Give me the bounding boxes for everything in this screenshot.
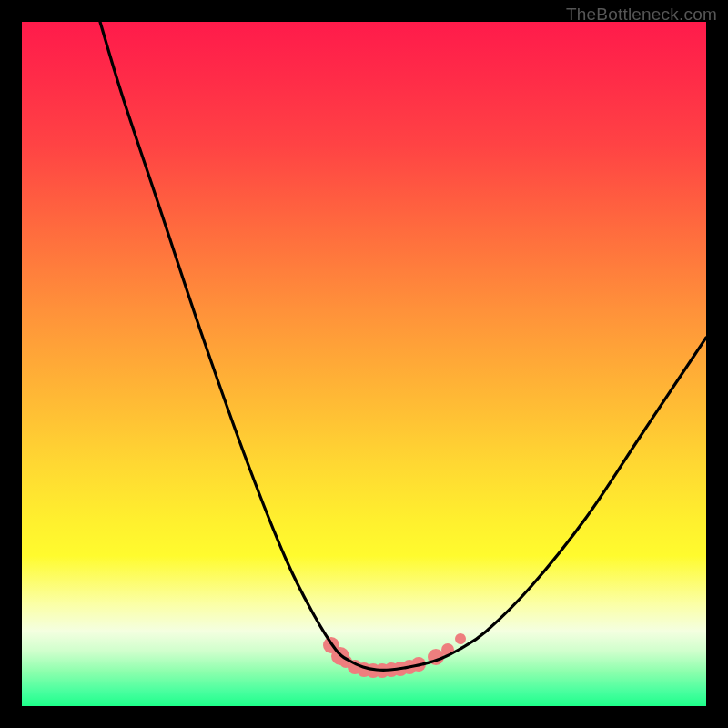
frame: TheBottleneck.com bbox=[0, 0, 728, 728]
curve-line bbox=[100, 22, 706, 670]
marker-dot bbox=[455, 633, 466, 644]
watermark-text: TheBottleneck.com bbox=[566, 5, 717, 25]
chart-svg bbox=[22, 22, 706, 706]
plot-area bbox=[22, 22, 706, 706]
